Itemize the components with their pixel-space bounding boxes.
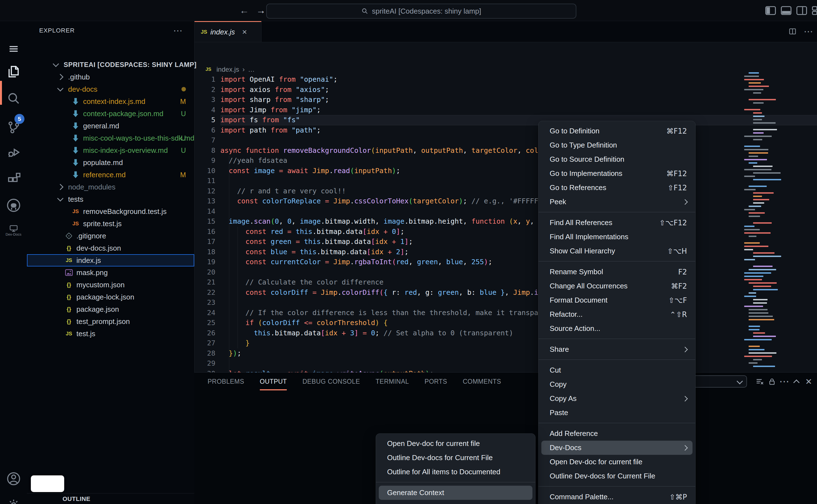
breadcrumb-file[interactable]: index.js (216, 66, 239, 73)
toggle-secondary-sidebar-icon[interactable] (796, 6, 807, 15)
menu-item-refactor[interactable]: Refactor...⌃⇧R (541, 307, 693, 321)
menu-item-outline-dev-docs-for-current-file[interactable]: Outline Dev-docs for Current File (379, 451, 532, 465)
close-panel-icon[interactable]: ✕ (803, 377, 815, 386)
menu-item-generate-context[interactable]: Generate Context (379, 486, 532, 500)
tree-item-context-index-js-md[interactable]: context-index.js.mdM (27, 95, 194, 108)
code-line-26[interactable]: 26 this.bitmap.data[idx + 3] = 0; // Set… (194, 328, 817, 338)
menu-item-outline-dev-docs-for-current-file[interactable]: Outline Dev-docs for Current File (541, 469, 693, 483)
code-line-12[interactable]: 12 // r and t are very cool!! (194, 186, 817, 196)
menu-item-go-to-source-definition[interactable]: Go to Source Definition (541, 152, 693, 166)
menu-item-peek[interactable]: Peek (541, 195, 693, 209)
tree-item-dev-docs[interactable]: dev-docs (27, 83, 194, 95)
tree-item-node-modules[interactable]: node_modules (27, 181, 194, 193)
explorer-more-icon[interactable]: ⋯ (173, 28, 183, 33)
explorer-icon[interactable] (0, 60, 27, 84)
tree-root-folder[interactable]: SPRITEAI [CODESPACES: SHINY LAMP] (27, 59, 194, 71)
panel-more-icon[interactable]: ⋯ (778, 376, 790, 387)
code-editor[interactable]: 1import OpenAI from "openai";2import axi… (194, 74, 817, 379)
code-line-27[interactable]: 27 } (194, 338, 817, 348)
code-line-1[interactable]: 1import OpenAI from "openai"; (194, 74, 817, 85)
customize-layout-icon[interactable] (812, 6, 817, 15)
menu-item-rename-symbol[interactable]: Rename SymbolF2 (541, 265, 693, 279)
tree-item-misc-index-js-overview-md[interactable]: misc-index-js-overview.mdU (27, 144, 194, 156)
tree-item-test-prompt-json[interactable]: {}test_prompt.json (27, 315, 194, 328)
code-line-17[interactable]: 17 const green = this.bitmap.data[idx + … (194, 237, 817, 247)
github-icon[interactable] (0, 194, 27, 217)
code-line-8[interactable]: 8async function removeBackgroundColor(in… (194, 146, 817, 156)
tree-item-tests[interactable]: tests (27, 193, 194, 205)
tree-item-mycustom-json[interactable]: {}mycustom.json (27, 279, 194, 291)
tree-item-package-lock-json[interactable]: {}package-lock.json (27, 291, 194, 303)
panel-tab-terminal[interactable]: TERMINAL (376, 373, 409, 390)
code-line-4[interactable]: 4import Jimp from "jimp"; (194, 105, 817, 115)
lock-scroll-icon[interactable] (766, 377, 778, 386)
tree-item-reference-md[interactable]: reference.mdM (27, 169, 194, 181)
code-line-6[interactable]: 6import path from "path"; (194, 125, 817, 136)
tree-item-mask-png[interactable]: mask.png (27, 266, 194, 279)
run-debug-icon[interactable] (0, 141, 27, 164)
split-editor-icon[interactable] (788, 27, 797, 36)
tree-item-github[interactable]: .github (27, 71, 194, 83)
menu-item-copy-as[interactable]: Copy As (541, 391, 693, 406)
code-line-11[interactable]: 11 (194, 176, 817, 186)
menu-item-cut[interactable]: Cut (541, 363, 693, 377)
breadcrumb[interactable]: JS index.js › … (205, 63, 255, 76)
editor-more-icon[interactable]: ⋯ (804, 26, 813, 37)
menu-item-outline-for-all-items-to-documented[interactable]: Outline for All items to Documented (379, 465, 532, 479)
menu-item-share[interactable]: Share (541, 342, 693, 356)
back-icon[interactable]: ← (240, 5, 249, 16)
tree-item-populate-md[interactable]: populate.md (27, 156, 194, 169)
menu-item-go-to-type-definition[interactable]: Go to Type Definition (541, 138, 693, 152)
tab-index-js[interactable]: JS index.js × (194, 21, 261, 42)
code-line-21[interactable]: 21 // Calculate the color difference (194, 277, 817, 288)
menu-item-open-dev-doc-for-current-file[interactable]: Open Dev-doc for current file (541, 455, 693, 469)
code-line-22[interactable]: 22 const colorDiff = Jimp.colorDiff({ r:… (194, 288, 817, 298)
tree-item-context-package-json-md[interactable]: context-package.json.mdU (27, 108, 194, 120)
code-line-9[interactable]: 9 //yeah fdsatea (194, 156, 817, 166)
menu-item-command-palette[interactable]: Command Palette...⇧⌘P (541, 490, 693, 504)
code-line-24[interactable]: 24 // If the color difference is less th… (194, 308, 817, 318)
code-line-18[interactable]: 18 const blue = this.bitmap.data[idx + 2… (194, 247, 817, 257)
menu-item-source-action[interactable]: Source Action... (541, 321, 693, 336)
code-line-15[interactable]: 15 image.scan(0, 0, image.bitmap.width, … (194, 216, 817, 227)
settings-gear-icon[interactable] (0, 493, 27, 504)
breadcrumb-more[interactable]: … (248, 66, 255, 73)
dev-docs-extension-icon[interactable]: Dev-Docs (0, 219, 27, 242)
menu-hamburger-icon[interactable] (0, 37, 27, 61)
tree-item-sprite-test-js[interactable]: JSsprite.test.js (27, 218, 194, 230)
source-control-icon[interactable]: 5 (0, 116, 27, 139)
outline-section-header[interactable]: OUTLINE (27, 494, 90, 504)
code-line-5[interactable]: 5import fs from "fs" (194, 115, 817, 125)
extensions-icon[interactable] (0, 167, 27, 190)
menu-item-format-document[interactable]: Format Document⇧⌥F (541, 293, 693, 307)
toggle-panel-icon[interactable] (781, 6, 791, 15)
code-line-28[interactable]: 28 }); (194, 348, 817, 359)
command-center-search[interactable]: spriteAI [Codespaces: shiny lamp] (266, 4, 576, 19)
tree-item-removebackground-test-js[interactable]: JSremoveBackground.test.js (27, 205, 194, 218)
menu-item-go-to-references[interactable]: Go to References⇧F12 (541, 181, 693, 195)
menu-item-go-to-implementations[interactable]: Go to Implementations⌘F12 (541, 166, 693, 181)
toggle-sidebar-icon[interactable] (765, 6, 776, 15)
code-line-25[interactable]: 25 if (colorDiff <= colorThreshold) { (194, 318, 817, 328)
menu-item-open-dev-doc-for-current-file[interactable]: Open Dev-doc for current file (379, 436, 532, 451)
panel-tab-ports[interactable]: PORTS (425, 373, 447, 390)
code-line-14[interactable]: 14 (194, 206, 817, 217)
menu-item-find-all-implementations[interactable]: Find All Implementations (541, 230, 693, 244)
code-line-7[interactable]: 7 (194, 135, 817, 146)
panel-tab-debug-console[interactable]: DEBUG CONSOLE (302, 373, 360, 390)
close-tab-icon[interactable]: × (242, 27, 247, 37)
minimap[interactable] (744, 72, 814, 395)
tree-item-package-json[interactable]: {}package.json (27, 303, 194, 315)
code-line-10[interactable]: 10 const image = await Jimp.read(inputPa… (194, 166, 817, 176)
code-line-13[interactable]: 13 const colorToReplace = Jimp.cssColorT… (194, 196, 817, 206)
panel-tab-problems[interactable]: PROBLEMS (208, 373, 244, 390)
tree-item-dev-docs-json[interactable]: {}dev-docs.json (27, 242, 194, 254)
panel-tab-output[interactable]: OUTPUT (260, 373, 287, 390)
clear-output-icon[interactable] (754, 377, 766, 386)
menu-item-find-all-references[interactable]: Find All References⇧⌥F12 (541, 216, 693, 230)
maximize-panel-icon[interactable] (790, 378, 803, 385)
accounts-icon[interactable] (0, 467, 27, 490)
code-line-23[interactable]: 23 (194, 298, 817, 308)
menu-item-show-call-hierarchy[interactable]: Show Call Hierarchy⇧⌥H (541, 244, 693, 258)
menu-item-dev-docs[interactable]: Dev-Docs (541, 441, 693, 455)
